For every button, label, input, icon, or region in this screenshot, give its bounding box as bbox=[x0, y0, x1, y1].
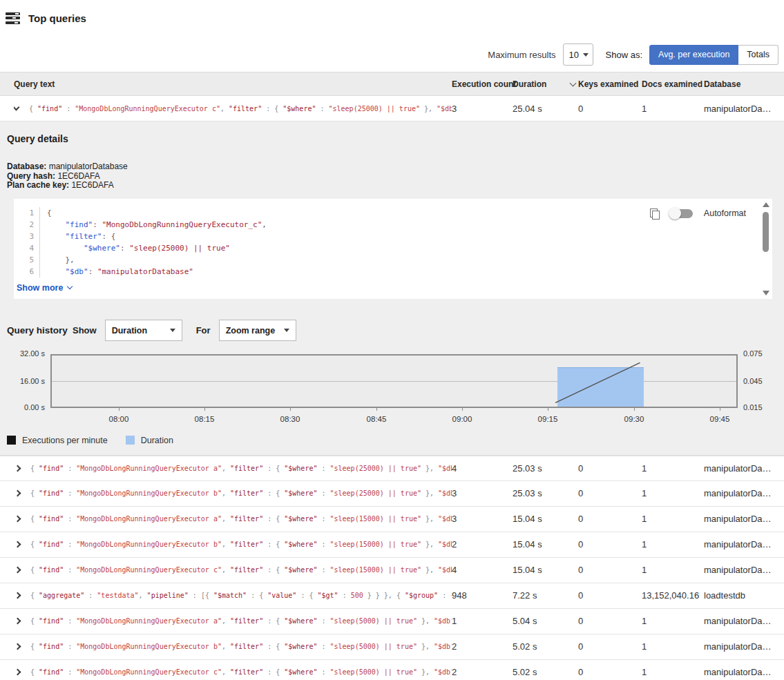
chevron-down-icon[interactable] bbox=[14, 105, 19, 110]
x-axis-label: 09:30 bbox=[624, 415, 644, 423]
table-row[interactable]: { "find" : "MongoDbLongRunningQueryExecu… bbox=[0, 660, 784, 680]
avg-per-execution-button[interactable]: Avg. per execution bbox=[649, 45, 738, 65]
execution-count-value: 3 bbox=[452, 488, 513, 498]
execution-count-value: 4 bbox=[452, 565, 513, 575]
docs-examined-value: 1 bbox=[642, 565, 704, 575]
table-row[interactable]: { "find" : "MongoDbLongRunningQueryExecu… bbox=[0, 481, 784, 507]
duration-value: 15.04 s bbox=[513, 514, 578, 524]
table-row[interactable]: { "find" : "MongoDbLongRunningQueryExecu… bbox=[0, 456, 784, 481]
duration-value: 5.02 s bbox=[513, 641, 578, 652]
copy-icon[interactable] bbox=[650, 208, 659, 219]
chart-legend: Executions per minuteDuration bbox=[0, 430, 784, 455]
x-axis-tick bbox=[462, 408, 463, 411]
keys-examined-value: 0 bbox=[578, 488, 642, 498]
x-axis-label: 09:45 bbox=[710, 415, 730, 423]
y-axis-right-label: 0.015 bbox=[743, 403, 763, 411]
duration-value: 25.04 s bbox=[513, 104, 578, 114]
chevron-right-icon[interactable] bbox=[15, 669, 21, 676]
legend-swatch-icon bbox=[126, 436, 135, 445]
totals-button[interactable]: Totals bbox=[738, 45, 778, 65]
execution-count-value: 3 bbox=[452, 514, 513, 524]
execution-count-value: 4 bbox=[452, 463, 513, 474]
x-axis-tick bbox=[119, 408, 119, 411]
col-query-text[interactable]: Query text bbox=[14, 79, 452, 89]
query-text: { "find" : "MongoDbLongRunningQueryExecu… bbox=[30, 566, 452, 574]
table-row[interactable]: { "aggregate" : "testdata", "pipeline" :… bbox=[0, 583, 784, 609]
execution-count-value: 3 bbox=[452, 104, 513, 114]
chevron-down-icon bbox=[170, 329, 175, 332]
scroll-up-icon[interactable] bbox=[763, 202, 769, 207]
docs-examined-value: 1 bbox=[642, 463, 704, 474]
for-range-select[interactable]: Zoom range bbox=[219, 320, 296, 341]
x-axis-label: 09:00 bbox=[452, 415, 472, 423]
query-text: { "find" : "MongoDbLongRunningQueryExecu… bbox=[30, 643, 452, 650]
legend-item: Duration bbox=[126, 436, 173, 445]
query-meta: Database: manipulatorDatabase Query hash… bbox=[0, 144, 784, 191]
execution-count-value: 1 bbox=[452, 616, 513, 626]
x-axis-tick bbox=[376, 408, 377, 411]
keys-examined-value: 0 bbox=[578, 463, 642, 474]
x-axis-tick bbox=[720, 408, 720, 411]
show-as-label: Show as: bbox=[606, 50, 642, 60]
code-scrollbar[interactable] bbox=[761, 201, 770, 297]
page-header: Top queries bbox=[0, 0, 784, 28]
table-row[interactable]: { "find" : "MongoDbLongRunningQueryExecu… bbox=[0, 532, 784, 558]
chevron-right-icon[interactable] bbox=[15, 516, 21, 523]
col-database[interactable]: Database bbox=[704, 79, 772, 89]
table-row[interactable]: { "find" : "MongoDbLongRunningQueryExecu… bbox=[0, 609, 784, 634]
chevron-right-icon[interactable] bbox=[15, 643, 21, 650]
max-results-value: 10 bbox=[569, 50, 579, 60]
show-as-toggle-group: Avg. per execution Totals bbox=[649, 45, 778, 65]
query-text: { "find" : "MongoDbLongRunningQueryExecu… bbox=[30, 541, 452, 548]
database-value: loadtestdb bbox=[704, 590, 772, 601]
top-queries-icon bbox=[6, 12, 20, 24]
table-row[interactable]: { "find" : "MongoDbLongRunningQueryExecu… bbox=[0, 507, 784, 532]
max-results-select[interactable]: 10 bbox=[563, 43, 593, 66]
query-hash-value: 1EC6DAFA bbox=[57, 171, 99, 181]
col-execution-count[interactable]: Execution count bbox=[452, 79, 513, 89]
code-line: 2 "find": "MongoDbLongRunningQueryExecut… bbox=[14, 219, 772, 231]
execution-count-value: 2 bbox=[452, 539, 513, 550]
y-axis-left-label: 32.00 s bbox=[20, 349, 45, 358]
chart-plot-area[interactable] bbox=[50, 354, 738, 408]
duration-value: 7.22 s bbox=[513, 590, 578, 601]
col-keys-examined[interactable]: Keys examined bbox=[578, 79, 642, 89]
duration-value: 25.03 s bbox=[513, 463, 578, 474]
table-row[interactable]: { "find" : "MongoDbLongRunningQueryExecu… bbox=[0, 634, 784, 660]
duration-value: 5.02 s bbox=[513, 667, 578, 677]
scroll-down-icon[interactable] bbox=[763, 291, 769, 295]
database-value: manipulatorDatabase bbox=[704, 667, 772, 677]
autoformat-toggle[interactable] bbox=[670, 209, 693, 218]
col-duration[interactable]: Duration bbox=[513, 79, 578, 89]
show-metric-select[interactable]: Duration bbox=[105, 320, 182, 341]
execution-count-value: 2 bbox=[452, 667, 513, 677]
chevron-right-icon[interactable] bbox=[15, 541, 21, 548]
chevron-right-icon[interactable] bbox=[15, 592, 21, 599]
keys-examined-value: 0 bbox=[578, 565, 642, 575]
x-axis-tick bbox=[204, 408, 205, 411]
chevron-right-icon[interactable] bbox=[15, 567, 21, 574]
col-docs-examined[interactable]: Docs examined bbox=[642, 79, 704, 89]
table-row[interactable]: { "find" : "MongoDbLongRunningQueryExecu… bbox=[0, 558, 784, 583]
code-line: 4 "$where": "sleep(25000) || true" bbox=[14, 242, 772, 254]
table-row-expanded[interactable]: { "find" : "MongoDbLongRunningQueryExecu… bbox=[0, 96, 784, 122]
x-axis-label: 08:15 bbox=[195, 415, 215, 423]
chevron-right-icon[interactable] bbox=[15, 490, 21, 497]
code-line: 6 "$db": "manipulatorDatabase" bbox=[14, 266, 772, 278]
sort-desc-icon bbox=[570, 79, 577, 86]
for-label: For bbox=[196, 325, 211, 336]
query-details-panel: Query details Database: manipulatorDatab… bbox=[0, 122, 784, 456]
query-text: { "find" : "MongoDbLongRunningQueryExecu… bbox=[30, 617, 452, 625]
chevron-right-icon[interactable] bbox=[15, 618, 21, 625]
docs-examined-value: 1 bbox=[642, 641, 704, 652]
query-text: { "find" : "MongoDbLongRunningQueryExecu… bbox=[30, 489, 452, 497]
show-more-link[interactable]: Show more bbox=[14, 278, 772, 293]
scrollbar-thumb[interactable] bbox=[763, 212, 769, 252]
plan-cache-key-value: 1EC6DAFA bbox=[71, 180, 113, 190]
execution-count-value: 948 bbox=[452, 590, 513, 601]
docs-examined-value: 1 bbox=[642, 104, 704, 114]
chevron-right-icon[interactable] bbox=[15, 465, 21, 472]
show-label: Show bbox=[73, 325, 97, 336]
max-results-label: Maximum results bbox=[488, 50, 555, 60]
keys-examined-value: 0 bbox=[578, 104, 642, 114]
